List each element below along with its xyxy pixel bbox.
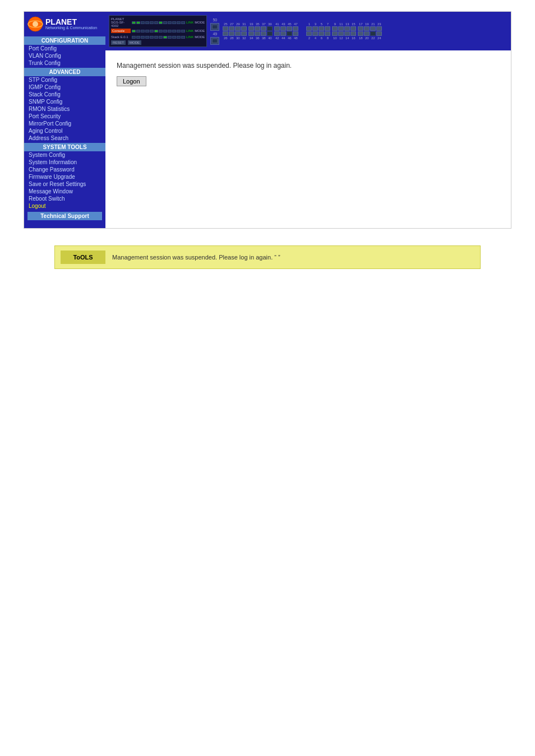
sidebar-item-save-reset[interactable]: Save or Reset Settings (24, 180, 105, 188)
port-num: 21 (370, 22, 376, 26)
sidebar-item-port-config[interactable]: Port Config (24, 45, 105, 52)
sidebar-item-stp-config[interactable]: STP Config (24, 76, 105, 84)
port-indicator (181, 30, 185, 33)
port-indicator (181, 36, 185, 39)
mode-label-3: MODE (195, 35, 205, 39)
port-indicator (163, 21, 167, 24)
rport (241, 26, 247, 31)
port-row-top (274, 26, 298, 31)
port-numbers-bottom: 18 20 22 24 (358, 36, 382, 40)
sidebar-item-rmon-statistics[interactable]: RMON Statistics (24, 105, 105, 113)
rport (306, 26, 312, 31)
sidebar-item-change-password[interactable]: Change Password (24, 166, 105, 173)
sidebar-item-reboot-switch[interactable]: Reboot Switch (24, 195, 105, 202)
sidebar-item-stack-config[interactable]: Stack Config (24, 91, 105, 98)
port-num: 40 (267, 36, 273, 40)
rport (364, 31, 370, 36)
port-num: 33 (248, 22, 254, 26)
sfp-port-50 (210, 23, 219, 31)
port-row-bottom (332, 31, 356, 36)
port-num: 41 (274, 22, 280, 26)
sidebar-item-message-window[interactable]: Message Window (24, 188, 105, 195)
port-numbers-top: 33 35 37 39 (248, 22, 273, 26)
port-row-top (358, 26, 382, 31)
rport-sfp (287, 31, 292, 36)
sidebar-item-igmp-config[interactable]: IGMP Config (24, 84, 105, 91)
port-num: 17 (358, 22, 363, 26)
rport (376, 31, 382, 36)
switch-row-3: Stack E.0.1 (111, 35, 205, 39)
rport (319, 31, 324, 36)
port-num: 18 (358, 36, 363, 40)
port-num: 13 (344, 22, 350, 26)
port-num: 30 (235, 36, 241, 40)
reset-btn: RESET (111, 40, 126, 45)
port-indicator (132, 21, 136, 24)
rport (261, 31, 266, 36)
port-num: 4 (312, 36, 318, 40)
port49-label: 49 (213, 32, 217, 36)
port-num: 46 (287, 36, 292, 40)
port-indicator (159, 36, 163, 39)
port-row-top (223, 26, 247, 31)
rport (223, 31, 228, 36)
sidebar-item-snmp-config[interactable]: SNMP Config (24, 98, 105, 105)
logo-area: PLANET Networking & Communication (24, 12, 105, 35)
configuration-header: CONFIGURATION (24, 36, 105, 45)
sidebar-item-mirrorport-config[interactable]: MirrorPort Config (24, 120, 105, 127)
port-num: 23 (376, 22, 382, 26)
rport (248, 26, 254, 31)
mode-btn: MODE (128, 40, 141, 45)
rport (312, 31, 318, 36)
logon-button[interactable]: Logon (117, 76, 146, 86)
notification-bar: ToOLS Management session was suspended. … (54, 245, 481, 269)
port-numbers-top: 25 27 29 31 (223, 22, 247, 26)
sidebar-item-logout[interactable]: Logout (24, 202, 105, 210)
switch-row-2: Console (111, 29, 205, 33)
port-num: 15 (350, 22, 356, 26)
console-label: Console (111, 29, 131, 33)
port-indicator (150, 36, 154, 39)
port-indicator (172, 21, 176, 24)
sidebar-item-system-config[interactable]: System Config (24, 151, 105, 159)
port-num: 32 (241, 36, 247, 40)
sfp-port-49 (210, 37, 219, 45)
port-indicator (132, 30, 136, 33)
reset-row: RESET MODE (111, 40, 205, 45)
rport (338, 26, 344, 31)
sidebar-item-system-information[interactable]: System Information (24, 159, 105, 166)
mode-label-2: MODE (195, 29, 205, 33)
rport (325, 31, 330, 36)
sidebar-item-vlan-config[interactable]: VLAN Config (24, 52, 105, 59)
port-row-bottom (274, 31, 298, 36)
sidebar-item-aging-control[interactable]: Aging Control (24, 127, 105, 134)
port-row-top (332, 26, 356, 31)
switch-row-1: PLANET SGS-SF-4302 (111, 17, 205, 27)
rport (280, 26, 286, 31)
port-indicator (154, 21, 158, 24)
port-num: 7 (325, 22, 330, 26)
sidebar-item-trunk-config[interactable]: Trunk Config (24, 59, 105, 67)
port-indicator (168, 36, 172, 39)
rport (338, 31, 344, 36)
port-num: 31 (241, 22, 247, 26)
port-num: 47 (293, 22, 298, 26)
link-label: LINK (186, 21, 193, 24)
notification-text: Management session was suspended. Please… (105, 254, 474, 261)
port-row-top (248, 26, 273, 31)
port-group-17-24: 17 19 21 23 (358, 22, 382, 40)
link-label-2: LINK (186, 29, 193, 33)
bottom-port-section: 1 3 5 7 (306, 22, 382, 40)
sidebar-item-address-search[interactable]: Address Search (24, 134, 105, 142)
technical-support-button[interactable]: Technical Support (27, 212, 102, 220)
port-row-bottom (223, 31, 247, 36)
port-row-bottom (358, 31, 382, 36)
port-indicator (145, 36, 149, 39)
port-indicator (172, 36, 176, 39)
rport (306, 31, 312, 36)
port-num: 2 (306, 36, 312, 40)
sidebar-item-port-security[interactable]: Port Security (24, 113, 105, 120)
port-numbers-top: 17 19 21 23 (358, 22, 382, 26)
port-indicator (145, 21, 149, 24)
sidebar-item-firmware-upgrade[interactable]: Firmware Upgrade (24, 173, 105, 180)
